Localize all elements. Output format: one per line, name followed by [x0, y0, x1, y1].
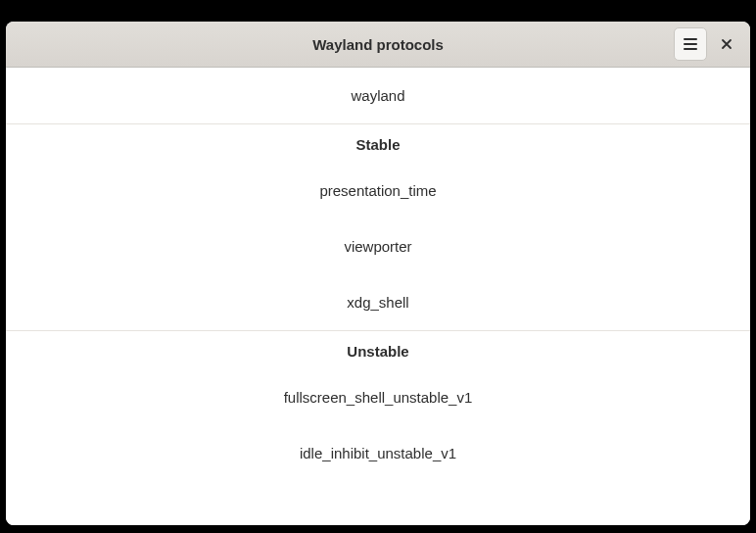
section-header-unstable: Unstable	[6, 330, 750, 369]
menu-button[interactable]	[674, 27, 707, 61]
hamburger-icon	[684, 38, 697, 50]
header-bar: Wayland protocols	[6, 22, 750, 68]
list-item[interactable]: xdg_shell	[6, 274, 750, 330]
close-icon	[721, 38, 732, 50]
list-item[interactable]: fullscreen_shell_unstable_v1	[6, 369, 750, 425]
window-title: Wayland protocols	[6, 36, 750, 53]
list-item[interactable]: wayland	[6, 68, 750, 124]
close-button[interactable]	[711, 28, 742, 60]
protocol-list[interactable]: wayland Stable presentation_time viewpor…	[6, 68, 750, 525]
list-item[interactable]: presentation_time	[6, 163, 750, 218]
header-controls	[674, 27, 750, 61]
list-item[interactable]: idle_inhibit_unstable_v1	[6, 425, 750, 481]
app-window: Wayland protocols wayland Stable present…	[6, 22, 750, 525]
section-header-stable: Stable	[6, 124, 750, 163]
list-item[interactable]: viewporter	[6, 218, 750, 274]
